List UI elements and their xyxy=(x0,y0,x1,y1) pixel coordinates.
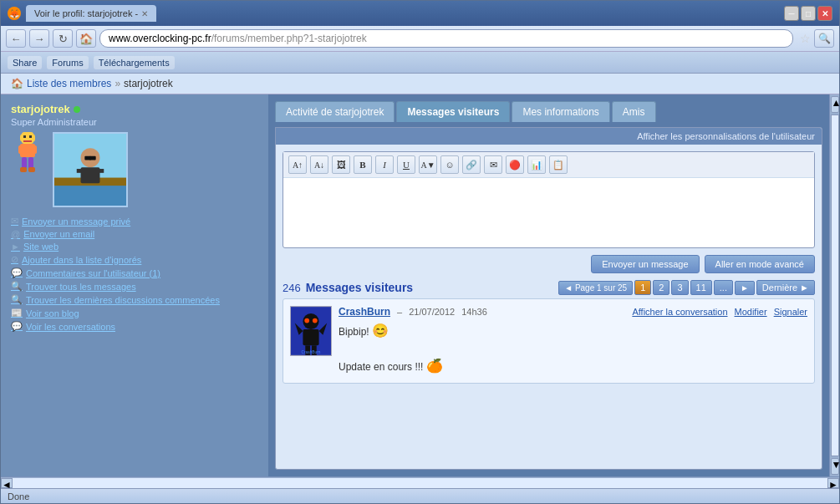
font-color-btn[interactable]: A▼ xyxy=(419,155,437,174)
page-label-btn[interactable]: ◄ Page 1 sur 25 xyxy=(558,281,633,295)
personalization-link[interactable]: Afficher les personnalisations de l'util… xyxy=(637,131,815,141)
svg-rect-9 xyxy=(28,157,33,169)
svg-text:CrashBurn: CrashBurn xyxy=(302,350,321,354)
page-3-btn[interactable]: 3 xyxy=(671,280,688,295)
content-area: Activité de starjojotrek Messages visite… xyxy=(268,94,829,476)
emoji-btn[interactable]: ☺ xyxy=(440,155,459,174)
send-private-message-link[interactable]: ✉ Envoyer un message privé xyxy=(11,216,258,227)
find-discussions-link[interactable]: 🔍 Trouver les dernières discussions comm… xyxy=(11,294,258,305)
bullet-btn[interactable]: 🔴 xyxy=(506,155,524,174)
view-conversation-link[interactable]: Afficher la conversation xyxy=(632,307,727,317)
link-btn[interactable]: 🔗 xyxy=(462,155,481,174)
email-btn[interactable]: ✉ xyxy=(484,155,502,174)
svg-rect-8 xyxy=(22,157,27,169)
message-avatar-svg: CrashBurn xyxy=(291,306,331,356)
font-increase-btn[interactable]: A↑ xyxy=(288,155,307,174)
emoji-bipbip: 😊 xyxy=(372,323,389,338)
avatar-svg xyxy=(54,132,126,207)
message-icon: ✉ xyxy=(11,216,18,227)
message-textarea[interactable] xyxy=(283,178,814,245)
pagination: ◄ Page 1 sur 25 1 2 3 11 ... ► Dernière … xyxy=(558,280,815,295)
message-author[interactable]: CrashBurn xyxy=(339,306,390,318)
search-button[interactable]: 🔍 xyxy=(814,29,834,48)
bookmarks-bar: Share Forums Téléchargements xyxy=(1,52,839,74)
bookmark-forums[interactable]: Forums xyxy=(47,56,88,69)
message-actions: Afficher la conversation Modifier Signal… xyxy=(632,307,807,317)
emoji-update: 🍊 xyxy=(426,359,443,373)
tab-close-icon[interactable]: ✕ xyxy=(141,9,148,18)
comments-link[interactable]: 💬 Commentaires sur l'utilisateur (1) xyxy=(11,267,258,278)
scroll-left-btn[interactable]: ◄ xyxy=(1,478,13,488)
avatar-section xyxy=(11,132,258,207)
ignore-link[interactable]: ⊘ Ajouter dans la liste d'ignorés xyxy=(11,254,258,265)
page-last-btn[interactable]: Dernière ► xyxy=(756,280,815,295)
page-ellipsis-btn[interactable]: ... xyxy=(714,280,733,295)
online-indicator xyxy=(74,106,80,113)
svg-rect-3 xyxy=(29,135,32,138)
breadcrumb-members-link[interactable]: Liste des membres xyxy=(27,78,111,89)
email-icon: @ xyxy=(11,229,20,239)
blog-link[interactable]: 📰 Voir son blog xyxy=(11,308,258,318)
message-editor: A↑ A↓ 🖼 B I U A▼ ☺ 🔗 ✉ 🔴 📊 � xyxy=(283,151,815,248)
home-button[interactable]: 🏠 xyxy=(76,29,96,48)
page-2-btn[interactable]: 2 xyxy=(653,280,669,295)
tab-messages-visiteurs[interactable]: Messages visiteurs xyxy=(396,101,510,122)
page-content: 🏠 Liste des membres » starjojotrek starj… xyxy=(1,74,839,488)
minimize-button[interactable]: ─ xyxy=(784,6,799,21)
svg-point-25 xyxy=(304,318,309,323)
font-decrease-btn[interactable]: A↓ xyxy=(310,155,328,174)
title-bar: 🦊 Voir le profil: starjojotrek - ✕ ─ □ ✕ xyxy=(1,1,839,26)
close-button[interactable]: ✕ xyxy=(817,6,832,21)
tab-amis[interactable]: Amis xyxy=(612,101,656,122)
reload-button[interactable]: ↻ xyxy=(53,29,73,48)
tab-mes-informations[interactable]: Mes informations xyxy=(512,101,609,122)
image-btn[interactable]: 🖼 xyxy=(332,155,350,174)
find-messages-link[interactable]: 🔍 Trouver tous les messages xyxy=(11,281,258,292)
messages-section: 246 Messages visiteurs ◄ Page 1 sur 25 1… xyxy=(283,280,815,462)
vertical-scrollbar[interactable]: ▲ ▼ xyxy=(829,94,839,476)
table-btn[interactable]: 📊 xyxy=(527,155,546,174)
svg-rect-7 xyxy=(30,145,37,154)
underline-btn[interactable]: U xyxy=(397,155,415,174)
back-button[interactable]: ← xyxy=(6,29,26,48)
send-message-button[interactable]: Envoyer un message xyxy=(591,255,699,273)
report-message-link[interactable]: Signaler xyxy=(774,307,807,317)
user-role: Super Administrateur xyxy=(11,117,258,127)
horizontal-scrollbar[interactable]: ◄ ► xyxy=(1,476,839,488)
page-1-btn[interactable]: 1 xyxy=(634,280,651,295)
send-email-link[interactable]: @ Envoyer un email xyxy=(11,229,258,239)
svg-rect-11 xyxy=(28,167,35,172)
personalization-bar: Afficher les personnalisations de l'util… xyxy=(276,128,822,145)
bookmark-share[interactable]: Share xyxy=(8,56,42,69)
bold-btn[interactable]: B xyxy=(354,155,372,174)
template-btn[interactable]: 📋 xyxy=(549,155,568,174)
svg-rect-4 xyxy=(23,140,32,142)
message-body: Bipbip! 😊 Update en cours !!! 🍊 xyxy=(339,321,807,376)
browser-tab[interactable]: Voir le profil: starjojotrek - ✕ xyxy=(26,5,156,22)
edit-message-link[interactable]: Modifier xyxy=(735,307,767,317)
bookmark-downloads[interactable]: Téléchargements xyxy=(94,56,175,69)
messages-header: 246 Messages visiteurs ◄ Page 1 sur 25 1… xyxy=(283,280,815,295)
comment-icon: 💬 xyxy=(11,267,23,278)
message-meta: CrashBurn – 21/07/2012 14h36 Afficher la… xyxy=(339,306,807,318)
tab-activite[interactable]: Activité de starjojotrek xyxy=(275,101,395,122)
status-text: Done xyxy=(8,491,29,501)
message-avatar: CrashBurn xyxy=(290,306,332,356)
maximize-button[interactable]: □ xyxy=(801,6,816,21)
tab-title: Voir le profil: starjojotrek - xyxy=(34,8,138,18)
svg-rect-17 xyxy=(77,169,85,173)
scroll-up-btn[interactable]: ▲ xyxy=(831,96,839,113)
italic-btn[interactable]: I xyxy=(375,155,394,174)
bookmark-star-icon[interactable]: ☆ xyxy=(800,32,811,45)
forward-button[interactable]: → xyxy=(29,29,49,48)
scroll-right-btn[interactable]: ► xyxy=(827,478,839,488)
address-bar[interactable]: www.overclocking-pc.fr/forums/member.php… xyxy=(99,29,793,48)
website-link[interactable]: ► Site web xyxy=(11,242,258,252)
advanced-mode-button[interactable]: Aller en mode avancé xyxy=(705,255,815,273)
conversations-link[interactable]: 💬 Voir les conversations xyxy=(11,321,258,332)
svg-point-26 xyxy=(313,318,318,323)
page-11-btn[interactable]: 11 xyxy=(690,280,712,295)
scroll-down-btn[interactable]: ▼ xyxy=(831,458,839,475)
url-display: www.overclocking-pc.fr/forums/member.php… xyxy=(109,33,367,44)
page-next-btn[interactable]: ► xyxy=(735,281,755,295)
